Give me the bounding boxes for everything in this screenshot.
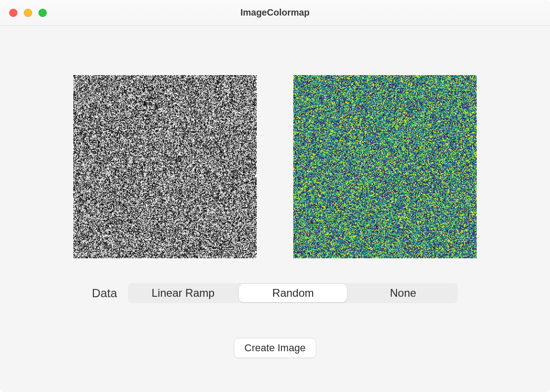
titlebar: ImageColormap	[0, 0, 550, 26]
grayscale-image	[73, 75, 257, 258]
segment-linear-ramp[interactable]: Linear Ramp	[128, 283, 238, 303]
viridis-noise-canvas	[293, 75, 477, 258]
grayscale-noise-canvas	[73, 75, 257, 258]
minimize-icon[interactable]	[24, 9, 32, 17]
data-segmented-control[interactable]: Linear RampRandomNone	[128, 283, 458, 303]
zoom-icon[interactable]	[38, 9, 47, 17]
data-label: Data	[92, 286, 117, 300]
segment-random[interactable]: Random	[239, 284, 347, 302]
close-icon[interactable]	[9, 9, 17, 17]
images-row	[73, 75, 477, 258]
content-area: Data Linear RampRandomNone Create Image	[0, 26, 550, 392]
app-window: ImageColormap Data Linear RampRandomNone…	[0, 0, 550, 392]
button-row: Create Image	[234, 338, 316, 358]
data-control-row: Data Linear RampRandomNone	[92, 283, 458, 303]
window-controls	[9, 9, 47, 17]
window-title: ImageColormap	[0, 7, 550, 18]
color-image	[293, 75, 477, 258]
segment-none[interactable]: None	[348, 283, 458, 303]
create-image-button[interactable]: Create Image	[234, 338, 316, 358]
